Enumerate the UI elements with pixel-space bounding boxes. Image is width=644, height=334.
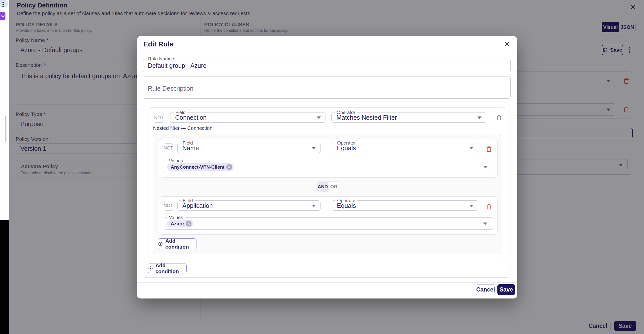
chevron-down-icon [312,205,316,207]
value-chip-label: AnyConnect-VPN-Client [171,164,224,170]
values-label: Values [167,215,185,220]
field-value: Connection [175,114,206,121]
condition-group: NOT Field Connection Operator Matches Ne… [148,107,505,260]
value-chip-label: Azure [171,221,184,227]
operator-select-outer[interactable]: Operator Matches Nested Filter [332,112,486,123]
chevron-down-icon [469,205,473,207]
left-strip-panel [0,0,9,220]
chip-remove-icon[interactable]: ✕ [186,221,192,227]
edit-rule-modal: Edit Rule ✕ Rule Name * Default group - … [137,36,517,299]
add-condition-nested-button[interactable]: Add condition [158,238,197,249]
rule-name-label: Rule Name * [146,56,177,61]
logic-and-button[interactable]: AND [317,182,328,192]
logic-toggle: AND OR [317,182,340,192]
operator-value: Equals [337,144,356,151]
rule-description-textarea[interactable]: Rule Description [143,76,510,99]
add-condition-label: Add condition [166,238,196,250]
add-condition-outer-button[interactable]: Add condition [148,263,186,273]
nested-condition-2: NOT Field Application Operator Equals [159,196,498,235]
strip-scrollbar-thumb[interactable] [5,116,6,142]
values-label: Values [167,158,185,163]
field-select-2[interactable]: Field Application [178,200,320,211]
not-toggle-1[interactable]: NOT [164,143,173,153]
field-value: Name [182,144,199,151]
nested-filter-container: NOT Field Name Operator Equals [153,134,502,254]
modal-close-icon[interactable]: ✕ [504,40,510,48]
not-toggle-outer[interactable]: NOT [154,113,164,123]
strip-card [0,9,7,220]
nested-condition-1: NOT Field Name Operator Equals [159,139,498,178]
plus-circle-icon [148,266,153,271]
operator-select-2[interactable]: Operator Equals [332,200,478,211]
values-select-2[interactable]: Values Azure ✕ [164,217,493,230]
rule-conditions-card: NOT Field Connection Operator Matches Ne… [143,105,511,278]
chevron-down-icon [483,166,487,168]
values-select-1[interactable]: Values AnyConnect-VPN-Client ✕ [164,161,493,173]
chevron-down-icon [1,14,5,18]
chevron-down-icon [483,223,487,225]
modal-header-divider [137,52,517,52]
value-chip: Azure ✕ [167,220,193,228]
strip-menu-pill[interactable] [0,0,8,7]
value-chip: AnyConnect-VPN-Client ✕ [167,163,234,171]
delete-trash-icon[interactable] [485,145,493,153]
chevron-down-icon [478,116,482,119]
rule-description-placeholder: Rule Description [148,85,193,92]
chevron-down-icon [469,147,473,149]
operator-select-1[interactable]: Operator Equals [332,143,478,153]
modal-footer-divider [137,282,517,283]
strip-expand-button[interactable] [0,12,6,20]
nested-filter-title: Nested filter — Connection [153,125,212,131]
plus-circle-icon [158,241,163,247]
delete-trash-icon[interactable] [496,114,503,121]
kebab-menu-icon [2,2,4,7]
operator-value: Equals [337,202,356,209]
not-toggle-2[interactable]: NOT [164,201,173,211]
delete-trash-icon[interactable] [485,203,493,210]
modal-save-button[interactable]: Save [498,284,515,295]
rule-name-input[interactable]: Rule Name * Default group - Azure [143,59,510,72]
chip-remove-icon[interactable]: ✕ [226,164,232,170]
modal-cancel-button[interactable]: Cancel [476,284,496,295]
rule-name-value: Default group - Azure [148,62,206,69]
screen: Policy Definition Define the policy as a… [0,0,644,334]
chevron-down-icon [312,147,316,149]
field-value: Application [182,202,213,209]
field-select-outer[interactable]: Field Connection [170,112,326,123]
add-condition-label: Add condition [155,263,186,274]
operator-value: Matches Nested Filter [336,114,397,121]
modal-title: Edit Rule [143,40,174,48]
chevron-down-icon [317,116,321,119]
logic-or-button[interactable]: OR [328,182,339,192]
field-select-1[interactable]: Field Name [178,143,320,153]
